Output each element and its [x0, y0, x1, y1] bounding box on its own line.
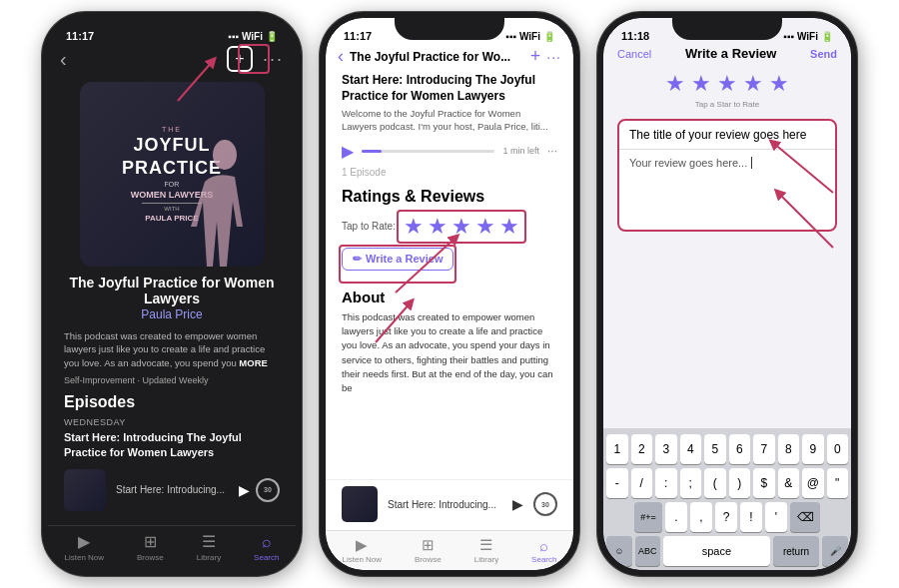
play-button[interactable]: ▶ — [239, 482, 250, 498]
p2-content: Start Here: Introducing The Joyful Pract… — [326, 73, 573, 479]
kb-comma[interactable]: , — [690, 502, 712, 532]
p3-send-button[interactable]: Send — [810, 48, 837, 60]
tab-browse-1[interactable]: ⊞ Browse — [137, 532, 164, 562]
kb-emoji-button[interactable]: ☺ — [606, 536, 632, 566]
p1-day-label: WEDNESDAY — [48, 417, 296, 430]
p3-rating-row: ★ ★ ★ ★ ★ — [603, 71, 851, 97]
kb-apostrophe[interactable]: ' — [765, 502, 787, 532]
p3-page-title: Write a Review — [685, 46, 777, 61]
tab-library-1[interactable]: ☰ Library — [197, 532, 221, 562]
kb-symbol-row2: #+= . , ? ! ' ⌫ — [606, 502, 848, 532]
p1-more-button[interactable]: ··· — [263, 49, 284, 70]
kb-key-6[interactable]: 6 — [729, 434, 751, 464]
p1-back-button[interactable]: ‹ — [60, 48, 67, 71]
p2-play-bottom[interactable]: ▶ — [512, 496, 523, 512]
kb-question[interactable]: ? — [715, 502, 737, 532]
status-time-2: 11:17 — [344, 30, 372, 42]
library-icon: ☰ — [202, 532, 216, 551]
kb-key-8[interactable]: 8 — [778, 434, 800, 464]
kb-open-paren[interactable]: ( — [704, 468, 726, 498]
p1-tags: Self-Improvement · Updated Weekly — [48, 375, 296, 393]
p2-progress-bar[interactable] — [362, 150, 494, 153]
time-circle: 30 — [256, 478, 280, 502]
p3-star-1[interactable]: ★ — [665, 71, 685, 97]
p3-review-title-input[interactable]: The title of your review goes here — [619, 121, 835, 150]
p3-star-4[interactable]: ★ — [743, 71, 763, 97]
kb-return-button[interactable]: return — [773, 536, 820, 566]
kb-key-3[interactable]: 3 — [655, 434, 677, 464]
p3-star-3[interactable]: ★ — [717, 71, 737, 97]
p3-star-2[interactable]: ★ — [691, 71, 711, 97]
p2-back-button[interactable]: ‹ — [338, 46, 344, 67]
p2-nav-more[interactable]: ··· — [546, 49, 561, 65]
kb-key-9[interactable]: 9 — [802, 434, 824, 464]
listen-now-icon: ▶ — [78, 532, 90, 551]
tab-library-2[interactable]: ☰ Library — [474, 536, 498, 564]
kb-colon[interactable]: : — [655, 468, 677, 498]
p2-ep-count: 1 Episode — [342, 167, 557, 178]
kb-key-0[interactable]: 0 — [827, 434, 849, 464]
kb-at[interactable]: @ — [802, 468, 824, 498]
kb-number-row: 1 2 3 4 5 6 7 8 9 0 — [606, 434, 848, 464]
p1-more-button[interactable]: MORE — [239, 357, 268, 368]
tab-browse-2[interactable]: ⊞ Browse — [415, 536, 442, 564]
kb-dash[interactable]: - — [606, 468, 628, 498]
star-4[interactable]: ★ — [475, 214, 495, 240]
kb-quote[interactable]: " — [827, 468, 849, 498]
tab-listen-now-2[interactable]: ▶ Listen Now — [342, 536, 382, 564]
tab-listen-now-1[interactable]: ▶ Listen Now — [64, 532, 104, 562]
status-icons-2: ▪▪▪ WiFi 🔋 — [505, 31, 555, 42]
p3-review-form: The title of your review goes here Your … — [617, 119, 837, 232]
episode-thumbnail-2 — [342, 486, 378, 522]
p3-review-body-input[interactable]: Your review goes here... — [619, 150, 835, 230]
kb-exclaim[interactable]: ! — [740, 502, 762, 532]
p2-time-circle: 30 — [533, 492, 557, 516]
p2-stars[interactable]: ★ ★ ★ ★ ★ — [404, 214, 519, 240]
kb-ampersand[interactable]: & — [778, 468, 800, 498]
kb-microphone-button[interactable]: 🎤 — [822, 536, 848, 566]
kb-period[interactable]: . — [665, 502, 687, 532]
tab-search-1[interactable]: ⌕ Search — [254, 533, 279, 562]
kb-hashtag-btn[interactable]: #+= — [634, 502, 662, 532]
kb-key-7[interactable]: 7 — [753, 434, 775, 464]
tab-search-2[interactable]: ⌕ Search — [531, 537, 556, 564]
p2-write-review-button[interactable]: ✏ Write a Review — [342, 248, 453, 271]
star-5[interactable]: ★ — [499, 214, 519, 240]
notch-3 — [672, 18, 782, 40]
kb-dollar[interactable]: $ — [753, 468, 775, 498]
p2-episode-more[interactable]: ··· — [547, 144, 557, 158]
kb-key-5[interactable]: 5 — [704, 434, 726, 464]
kb-key-4[interactable]: 4 — [680, 434, 702, 464]
p2-play-button[interactable]: ▶ — [342, 142, 354, 161]
kb-semicolon[interactable]: ; — [680, 468, 702, 498]
p1-episode-title: Start Here: Introducing The Joyful Pract… — [48, 430, 296, 469]
battery-icon-2: 🔋 — [543, 31, 555, 42]
listen-now-icon-2: ▶ — [356, 536, 368, 554]
p3-star-5[interactable]: ★ — [769, 71, 789, 97]
kb-space-button[interactable]: space — [663, 536, 769, 566]
kb-key-1[interactable]: 1 — [606, 434, 628, 464]
kb-slash[interactable]: / — [631, 468, 653, 498]
kb-delete[interactable]: ⌫ — [790, 502, 820, 532]
p2-tap-rate-row: Tap to Rate: ★ ★ ★ ★ ★ — [342, 214, 557, 240]
kb-close-paren[interactable]: ) — [729, 468, 751, 498]
episode-thumbnail-1 — [64, 469, 106, 511]
tab-label: Library — [197, 553, 221, 562]
p1-description: This podcast was created to empower wome… — [48, 329, 296, 375]
p3-cancel-button[interactable]: Cancel — [617, 48, 651, 60]
p1-podcast-title: The Joyful Practice for Women Lawyers — [48, 275, 296, 307]
p1-header: ‹ + ··· — [48, 46, 296, 78]
p2-ep-desc: Welcome to the Joyful Practice for Women… — [342, 107, 557, 134]
p3-keyboard[interactable]: 1 2 3 4 5 6 7 8 9 0 - / : ; ( — [603, 428, 851, 570]
star-1[interactable]: ★ — [404, 214, 424, 240]
pencil-icon: ✏ — [353, 253, 362, 266]
star-2[interactable]: ★ — [428, 214, 448, 240]
star-3[interactable]: ★ — [451, 214, 471, 240]
kb-key-2[interactable]: 2 — [631, 434, 653, 464]
phone-3: 11:18 ▪▪▪ WiFi 🔋 Cancel Write a Review S… — [597, 12, 857, 576]
p2-nav-plus[interactable]: + — [530, 46, 541, 67]
p1-plus-button[interactable]: + — [227, 46, 253, 72]
signal-icon: ▪▪▪ — [228, 31, 239, 42]
p2-tab-bar: ▶ Listen Now ⊞ Browse ☰ Library ⌕ Search — [326, 530, 573, 570]
kb-abc-button[interactable]: ABC — [635, 536, 661, 566]
